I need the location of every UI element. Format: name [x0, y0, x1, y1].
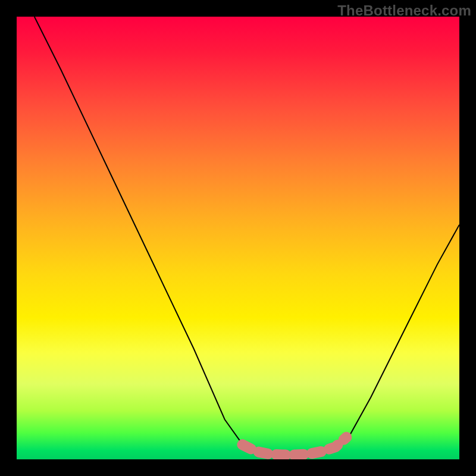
plot-area	[17, 17, 459, 459]
chart-svg	[17, 17, 459, 459]
optimal-band	[242, 437, 346, 455]
watermark-text: TheBottleneck.com	[337, 2, 471, 19]
chart-frame: TheBottleneck.com	[0, 0, 476, 476]
bottleneck-curve	[35, 17, 459, 455]
